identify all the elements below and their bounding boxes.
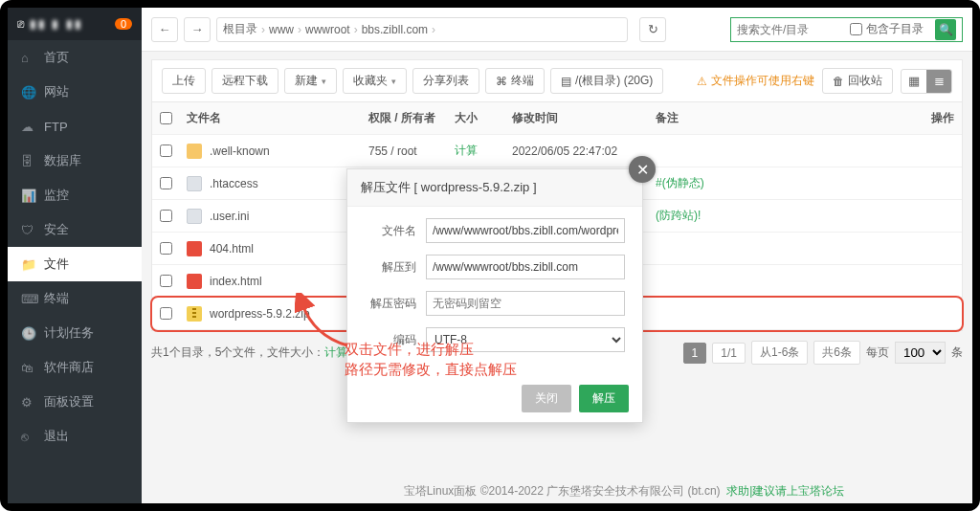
search-input[interactable] <box>737 23 842 36</box>
cancel-button[interactable]: 关闭 <box>522 385 571 412</box>
file-name: .well-known <box>210 144 270 158</box>
msg-badge[interactable]: 0 <box>115 18 132 30</box>
sidebar-item-monitor[interactable]: 📊监控 <box>8 178 142 212</box>
store-icon: 🛍 <box>21 361 34 374</box>
sidebar-item-exit[interactable]: ⎋退出 <box>8 419 142 454</box>
brand-blur: ▮▮ ▮ ▮▮ <box>30 17 83 31</box>
per-page-select[interactable]: 100 <box>895 342 946 364</box>
terminal-icon: ⌨ <box>21 292 34 305</box>
sidebar-item-shield[interactable]: 🛡安全 <box>8 212 142 247</box>
bc-site[interactable]: bbs.zibll.com <box>362 23 428 36</box>
page-current[interactable]: 1 <box>683 343 707 364</box>
copyright: 宝塔Linux面板 ©2014-2022 广东堡塔安全技术有限公司 (bt.cn… <box>276 483 972 500</box>
dest-input[interactable] <box>426 255 625 279</box>
breadcrumb[interactable]: 根目录 › www › wwwroot › bbs.zibll.com › <box>223 21 621 37</box>
shield-icon: 🛡 <box>21 223 34 236</box>
file-name: .htaccess <box>210 177 258 190</box>
exit-icon: ⎋ <box>21 430 34 443</box>
row-checkbox[interactable] <box>160 307 172 320</box>
brand-bar: ⎚ ▮▮ ▮ ▮▮ 0 <box>8 8 142 40</box>
row-checkbox[interactable] <box>160 177 172 189</box>
file-name: wordpress-5.9.2.zip <box>210 307 310 321</box>
close-icon[interactable]: ✕ <box>629 156 656 183</box>
col-ops: 操作 <box>897 110 954 126</box>
terminal-button[interactable]: ⌘终端 <box>485 68 545 94</box>
forum-link[interactable]: 求助|建议请上宝塔论坛 <box>726 484 844 498</box>
pager: 1 1/1 从1-6条 共6条 每页 100 条 <box>683 341 963 365</box>
file-name: index.html <box>210 275 262 288</box>
terminal-icon: ⌘ <box>496 75 507 88</box>
unzip-button[interactable]: 解压 <box>579 385 629 412</box>
disk-icon: ▤ <box>561 75 571 88</box>
path-bar: ← → 根目录 › www › wwwroot › bbs.zibll.com … <box>142 8 972 52</box>
bc-root[interactable]: 根目录 <box>223 21 257 37</box>
dialog-title: 解压文件 [ wordpress-5.9.2.zip ] <box>347 169 642 207</box>
row-checkbox[interactable] <box>160 210 172 222</box>
row-checkbox[interactable] <box>160 242 172 255</box>
grid-view-button[interactable]: ▦ <box>902 70 926 93</box>
list-view-button[interactable]: ≣ <box>926 70 951 93</box>
warn-icon: ⚠ <box>697 75 707 88</box>
sidebar-item-gear[interactable]: ⚙面板设置 <box>8 385 142 419</box>
calc-size-link[interactable]: 计算 <box>324 344 347 361</box>
filename-input[interactable] <box>426 218 625 243</box>
refresh-button[interactable]: ↻ <box>639 17 666 42</box>
disk-button[interactable]: ▤/(根目录) (20G) <box>550 68 663 94</box>
err-icon <box>187 241 202 256</box>
view-toggle: ▦ ≣ <box>901 69 952 94</box>
page-range: 从1-6条 <box>751 341 808 365</box>
trash-button[interactable]: 🗑回收站 <box>822 68 893 94</box>
sidebar-item-cloud[interactable]: ☁FTP <box>8 109 142 144</box>
unzip-dialog: ✕ 解压文件 [ wordpress-5.9.2.zip ] 文件名 解压到 解… <box>346 168 643 423</box>
page-total: 1/1 <box>712 343 746 364</box>
sidebar-item-folder[interactable]: 📁文件 <box>8 247 142 281</box>
password-input[interactable] <box>426 291 625 316</box>
sidebar-item-clock[interactable]: 🕒计划任务 <box>8 316 142 350</box>
page-count: 共6条 <box>813 341 860 365</box>
folder-icon <box>187 144 202 159</box>
file-toolbar: 上传 远程下载 新建▾ 收藏夹▾ 分享列表 ⌘终端 ▤/(根目录) (20G) … <box>151 59 963 101</box>
search-group: 包含子目录 🔍 <box>730 17 963 42</box>
forward-button[interactable]: → <box>184 17 211 42</box>
sidebar-item-store[interactable]: 🛍软件商店 <box>8 350 142 385</box>
sidebar-item-db[interactable]: 🗄数据库 <box>8 144 142 178</box>
select-all[interactable] <box>160 112 172 124</box>
bc-wwwroot[interactable]: wwwroot <box>305 23 350 36</box>
back-button[interactable]: ← <box>151 17 178 42</box>
col-name[interactable]: 文件名 <box>187 110 368 126</box>
col-perm[interactable]: 权限 / 所有者 <box>368 110 455 126</box>
monitor-icon: 📊 <box>21 189 34 202</box>
cloud-icon: ☁ <box>21 120 34 133</box>
col-size[interactable]: 大小 <box>455 110 512 126</box>
err-icon <box>187 274 202 289</box>
fav-button[interactable]: 收藏夹▾ <box>343 68 407 94</box>
sidebar: ⎚ ▮▮ ▮ ▮▮ 0 ⌂首页🌐网站☁FTP🗄数据库📊监控🛡安全📁文件⌨终端🕒计… <box>8 8 142 503</box>
trash-icon: 🗑 <box>833 75 844 88</box>
new-button[interactable]: 新建▾ <box>284 68 337 94</box>
page-icon <box>187 176 202 191</box>
share-button[interactable]: 分享列表 <box>412 68 479 94</box>
bc-www[interactable]: www <box>269 23 294 36</box>
db-icon: 🗄 <box>21 154 34 167</box>
gear-icon: ⚙ <box>21 395 34 409</box>
row-checkbox[interactable] <box>160 144 172 157</box>
sidebar-item-globe[interactable]: 🌐网站 <box>8 75 142 109</box>
include-subdir[interactable]: 包含子目录 <box>850 21 924 37</box>
remote-dl-button[interactable]: 远程下载 <box>212 68 278 94</box>
table-header: 文件名 权限 / 所有者 大小 修改时间 备注 操作 <box>152 102 962 135</box>
search-button[interactable]: 🔍 <box>935 19 956 40</box>
sidebar-item-home[interactable]: ⌂首页 <box>8 40 142 75</box>
col-remark[interactable]: 备注 <box>656 110 897 126</box>
context-tip: ⚠文件操作可使用右键 <box>697 73 814 89</box>
encoding-select[interactable]: UTF-8 <box>426 327 625 352</box>
file-name: .user.ini <box>210 210 249 223</box>
file-name: 404.html <box>210 242 254 256</box>
home-icon: ⌂ <box>21 51 34 64</box>
monitor-icon: ⎚ <box>17 17 24 31</box>
row-checkbox[interactable] <box>160 275 172 287</box>
col-mtime[interactable]: 修改时间 <box>512 110 656 126</box>
size-cell[interactable]: 计算 <box>455 143 512 159</box>
upload-button[interactable]: 上传 <box>162 68 206 94</box>
table-row[interactable]: .well-known755 / root计算2022/06/05 22:47:… <box>152 135 962 167</box>
sidebar-item-terminal[interactable]: ⌨终端 <box>8 281 142 316</box>
